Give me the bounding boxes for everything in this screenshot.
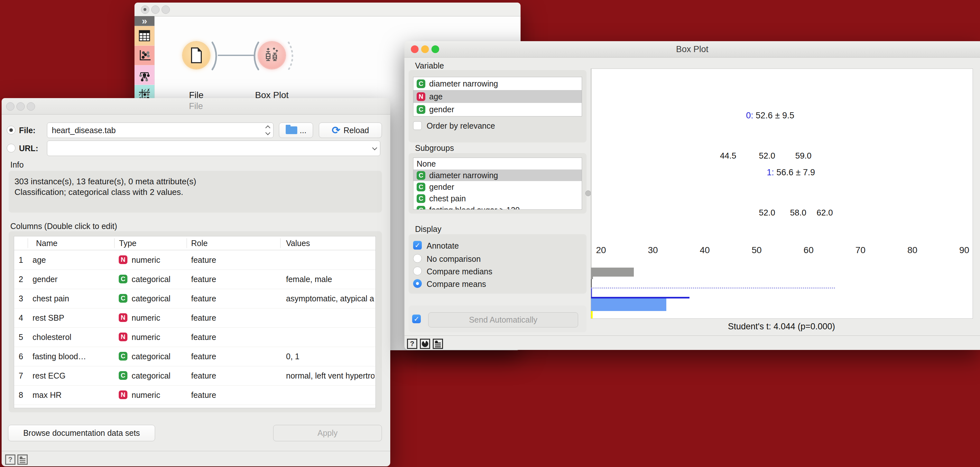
- table-row[interactable]: 6fasting blood…Ccategoricalfeature0, 1: [14, 347, 375, 366]
- col-header-role[interactable]: Role: [191, 239, 207, 248]
- file-widget[interactable]: [183, 42, 210, 69]
- subgroup-list-item[interactable]: Cfasting blood sugar > 120: [414, 204, 582, 210]
- boxplot-widget[interactable]: [258, 42, 285, 69]
- apply-button[interactable]: Apply: [273, 425, 382, 441]
- table-row[interactable]: 7rest ECGCcategoricalfeaturenormal, left…: [14, 366, 375, 386]
- row-number: 2: [14, 275, 28, 284]
- cell-name: rest SBP: [32, 313, 113, 322]
- boxplot-canvas[interactable]: 20304050607080900: 52.6 ± 9.544.552.059.…: [591, 68, 973, 319]
- data-table-icon[interactable]: [135, 26, 154, 46]
- statusbar-divider: [404, 335, 980, 336]
- table-row[interactable]: C: [14, 405, 375, 408]
- col-header-type[interactable]: Type: [119, 239, 137, 248]
- table-row[interactable]: 1ageNnumericfeature: [14, 250, 375, 270]
- workflow-titlebar: [135, 3, 520, 16]
- variable-list-item[interactable]: Cdiameter narrowing: [414, 77, 582, 90]
- variable-panel: Cdiameter narrowingNageCgender Order by …: [409, 70, 587, 143]
- splitter-handle[interactable]: [585, 191, 591, 196]
- variable-list[interactable]: Cdiameter narrowingNageCgender: [413, 77, 582, 116]
- list-item-label: None: [417, 159, 436, 168]
- reload-button[interactable]: ⟳ Reload: [319, 122, 382, 138]
- radio-label: Compare medians: [426, 267, 492, 276]
- table-row[interactable]: 4rest SBPNnumericfeature: [14, 308, 375, 328]
- col-header-values[interactable]: Values: [286, 239, 310, 248]
- url-combobox[interactable]: [47, 141, 380, 156]
- file-source-radio[interactable]: [7, 126, 16, 135]
- box-annotation: 1: 56.6 ± 7.9: [767, 168, 815, 178]
- col-header-name[interactable]: Name: [36, 239, 57, 248]
- url-radio-label: URL:: [19, 144, 38, 153]
- minimize-icon[interactable]: [151, 5, 159, 14]
- send-automatically-button[interactable]: Send Automatically: [428, 312, 578, 327]
- row-number: 8: [14, 391, 28, 400]
- report-icon[interactable]: [433, 339, 443, 349]
- table-row[interactable]: 3chest painCcategoricalfeatureasymptomat…: [14, 289, 375, 308]
- cell-role: feature: [191, 275, 278, 284]
- categorical-badge-icon: C: [119, 275, 127, 283]
- dropdown-chevron-icon[interactable]: [372, 146, 377, 151]
- link-output-arc[interactable]: [211, 41, 219, 71]
- cell-values: 0, 1: [286, 352, 374, 361]
- subgroup-list-item[interactable]: Cdiameter narrowing: [414, 170, 582, 181]
- list-item-label: diameter narrowing: [429, 79, 498, 89]
- output-arc-dashed[interactable]: [287, 41, 295, 71]
- radio-compare-means[interactable]: [413, 279, 422, 288]
- info-line-1: 303 instance(s), 13 feature(s), 0 meta a…: [14, 176, 196, 187]
- reload-icon: ⟳: [332, 126, 340, 135]
- cell-role: feature: [191, 294, 278, 303]
- help-icon[interactable]: ?: [407, 339, 417, 349]
- model-tree-icon[interactable]: [135, 65, 154, 85]
- url-source-radio[interactable]: [7, 144, 16, 152]
- order-by-relevance-checkbox[interactable]: [413, 121, 422, 130]
- report-icon[interactable]: [18, 454, 28, 465]
- categorical-badge-icon: C: [119, 294, 127, 303]
- send-automatically-checkbox[interactable]: ✓: [412, 315, 421, 323]
- stepper-icons[interactable]: [266, 125, 270, 135]
- numeric-badge-icon: N: [119, 256, 127, 264]
- whisker-end-cap: [591, 293, 592, 297]
- help-icon[interactable]: ?: [5, 454, 16, 465]
- columns-table[interactable]: Name Type Role Values 1ageNnumericfeatur…: [14, 236, 376, 408]
- table-row[interactable]: 2genderCcategoricalfeaturefemale, male: [14, 270, 375, 289]
- browse-file-button[interactable]: ...: [279, 122, 313, 138]
- subgroup-list-item[interactable]: None: [414, 158, 582, 170]
- browse-docs-button[interactable]: Browse documentation data sets: [8, 425, 155, 441]
- box-annotation: 0: 52.6 ± 9.5: [746, 111, 794, 121]
- list-item-label: gender: [429, 105, 454, 114]
- info-section-label: Info: [10, 160, 24, 170]
- file-name-combobox[interactable]: heart_disease.tab: [47, 122, 274, 138]
- row-number: 1: [14, 256, 28, 265]
- row-number: 5: [14, 332, 28, 342]
- table-row[interactable]: 5cholesterolNnumericfeature: [14, 327, 375, 347]
- workflow-link[interactable]: [218, 55, 254, 56]
- close-icon[interactable]: [141, 5, 149, 14]
- expand-chevron-icon[interactable]: »: [135, 16, 154, 26]
- quartile-tick-label: 52.0: [751, 208, 783, 218]
- axis-line-segment: [591, 275, 634, 276]
- numeric-badge-icon: N: [417, 92, 425, 101]
- file-radio-label: File:: [19, 126, 35, 135]
- list-item-label: diameter narrowing: [429, 171, 498, 180]
- subgroup-list-item[interactable]: Cgender: [414, 181, 582, 193]
- quartile-box[interactable]: [591, 299, 666, 311]
- annotate-checkbox[interactable]: ✓: [413, 241, 422, 249]
- radio-compare-medians[interactable]: [413, 267, 422, 275]
- file-titlebar: File: [2, 98, 390, 114]
- categorical-badge-icon: C: [119, 352, 127, 361]
- subgroups-list[interactable]: NoneCdiameter narrowingCgenderCchest pai…: [413, 157, 582, 210]
- radio-no-comparison[interactable]: [413, 254, 422, 263]
- subgroup-list-item[interactable]: Cchest pain: [414, 193, 582, 204]
- visualize-scatter-icon[interactable]: [135, 46, 154, 65]
- annotate-label: Annotate: [426, 241, 459, 251]
- boxplot-glyph-icon: [264, 47, 280, 64]
- variable-list-item[interactable]: Nage: [414, 90, 582, 103]
- table-row[interactable]: 8max HRNnumericfeature: [14, 385, 375, 405]
- boxplot-titlebar: Box Plot: [404, 41, 980, 57]
- zoom-icon[interactable]: [162, 5, 170, 14]
- cell-type: categorical: [132, 371, 186, 380]
- table-body: 1ageNnumericfeature2genderCcategoricalfe…: [14, 250, 375, 408]
- categorical-badge-icon: C: [417, 171, 425, 180]
- cell-role: feature: [191, 313, 278, 322]
- visual-settings-icon[interactable]: [420, 339, 430, 349]
- variable-list-item[interactable]: Cgender: [414, 103, 582, 116]
